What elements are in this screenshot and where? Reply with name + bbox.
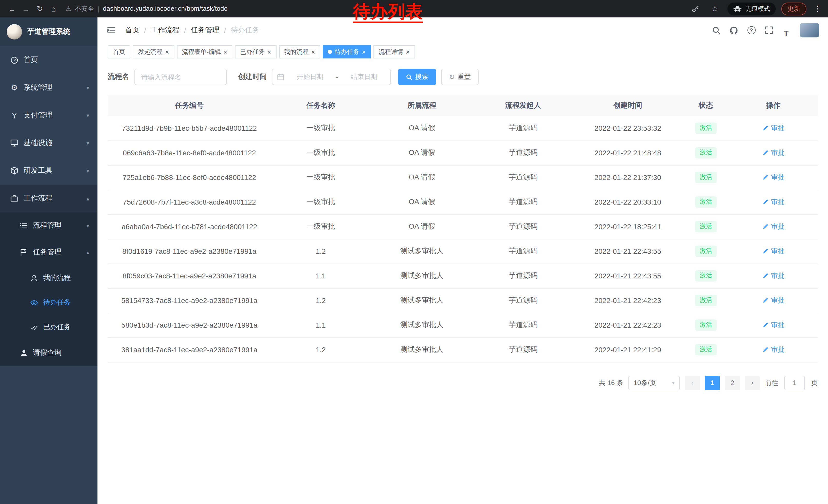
cell-task-id: 58154733-7ac8-11ec-a9e2-a2380e71991a xyxy=(108,288,271,313)
close-icon[interactable]: × xyxy=(223,48,227,55)
close-icon[interactable]: × xyxy=(362,48,366,55)
cell-task-name: 一级审批 xyxy=(271,116,371,140)
approve-button[interactable]: 审批 xyxy=(762,320,784,330)
goto-page-input[interactable] xyxy=(784,375,805,390)
cell-task-name: 一级审批 xyxy=(271,165,371,190)
search-icon[interactable] xyxy=(709,23,723,37)
incognito-label: 无痕模式 xyxy=(745,4,770,13)
tab-my-processes[interactable]: 我的流程 × xyxy=(279,45,320,58)
search-button[interactable]: 搜索 xyxy=(398,69,436,85)
sidebar-item-infrastructure[interactable]: 基础设施 ▾ xyxy=(0,129,97,157)
user-avatar[interactable] xyxy=(800,23,819,37)
tab-start-process[interactable]: 发起流程 × xyxy=(133,45,174,58)
close-icon[interactable]: × xyxy=(406,48,410,55)
cell-actions: 审批 xyxy=(729,165,818,190)
sidebar-item-label: 支付管理 xyxy=(24,111,52,120)
briefcase-icon xyxy=(10,194,18,202)
end-date-placeholder[interactable]: 结束日期 xyxy=(342,72,386,82)
cell-created: 2022-01-21 22:43:55 xyxy=(573,239,683,264)
list-icon xyxy=(19,222,28,230)
browser-reload-button[interactable]: ↻ xyxy=(33,2,47,16)
approve-button[interactable]: 审批 xyxy=(762,173,784,182)
tab-process-detail[interactable]: 流程详情 × xyxy=(373,45,415,58)
key-icon[interactable] xyxy=(689,2,702,16)
sidebar-item-my-processes[interactable]: 我的流程 xyxy=(0,266,97,290)
tab-todo-tasks[interactable]: 待办任务 × xyxy=(323,45,371,58)
approve-button[interactable]: 审批 xyxy=(762,197,784,207)
sidebar-item-home[interactable]: 首页 xyxy=(0,46,97,74)
status-badge: 激活 xyxy=(695,245,717,257)
cell-created: 2022-01-22 18:25:41 xyxy=(573,214,683,239)
approve-button[interactable]: 审批 xyxy=(762,222,784,231)
cell-created: 2022-01-21 22:43:55 xyxy=(573,264,683,288)
sidebar-item-system[interactable]: ⚙ 系统管理 ▾ xyxy=(0,74,97,101)
next-page-button[interactable]: › xyxy=(745,375,760,390)
pen-icon xyxy=(762,322,769,328)
start-date-placeholder[interactable]: 开始日期 xyxy=(288,72,332,82)
cell-status: 激活 xyxy=(683,288,729,313)
process-name-input[interactable] xyxy=(134,69,227,85)
column-header: 状态 xyxy=(683,95,729,116)
breadcrumb-workflow[interactable]: 工作流程 xyxy=(151,26,179,35)
sidebar-logo[interactable]: 芋道管理系统 xyxy=(0,17,97,46)
reset-button[interactable]: ↻ 重置 xyxy=(441,69,479,85)
table-row: 8f0d1619-7ac8-11ec-a9e2-a2380e71991a 1.2… xyxy=(108,239,818,264)
fullscreen-icon[interactable] xyxy=(762,23,776,37)
app-title: 芋道管理系统 xyxy=(27,27,70,36)
sidebar-item-done-tasks[interactable]: 已办任务 xyxy=(0,315,97,339)
page-button-1[interactable]: 1 xyxy=(705,375,720,390)
breadcrumb-task-management[interactable]: 任务管理 xyxy=(191,26,219,35)
approve-button[interactable]: 审批 xyxy=(762,296,784,305)
browser-menu-icon[interactable]: ⋮ xyxy=(812,4,823,13)
sidebar-toggle-icon[interactable] xyxy=(105,24,118,37)
close-icon[interactable]: × xyxy=(267,48,271,55)
tab-process-form-edit[interactable]: 流程表单-编辑 × xyxy=(177,45,233,58)
cell-actions: 审批 xyxy=(729,288,818,313)
approve-button[interactable]: 审批 xyxy=(762,123,784,133)
logo-avatar xyxy=(7,24,22,40)
create-time-label: 创建时间 xyxy=(238,72,267,82)
flag-icon xyxy=(19,248,28,256)
cell-task-id: 8f059c03-7ac8-11ec-a9e2-a2380e71991a xyxy=(108,264,271,288)
approve-button[interactable]: 审批 xyxy=(762,271,784,280)
sidebar-item-process-management[interactable]: 流程管理 ▾ xyxy=(0,212,97,239)
approve-button[interactable]: 审批 xyxy=(762,148,784,157)
page-button-2[interactable]: 2 xyxy=(725,375,740,390)
browser-back-button[interactable]: ← xyxy=(5,2,19,16)
address-bar[interactable]: ⚠ 不安全 | dashboard.yudao.iocoder.cn/bpm/t… xyxy=(66,4,227,13)
cell-task-name: 一级审批 xyxy=(271,190,371,214)
user-icon xyxy=(19,349,28,357)
security-label[interactable]: 不安全 xyxy=(75,4,94,13)
bookmark-star-icon[interactable]: ☆ xyxy=(708,2,722,16)
breadcrumb-home[interactable]: 首页 xyxy=(125,26,139,35)
pen-icon xyxy=(762,297,769,304)
sidebar-item-workflow[interactable]: 工作流程 ▴ xyxy=(0,185,97,212)
page-size-select[interactable]: 10条/页 ▾ xyxy=(628,375,680,390)
font-size-icon[interactable]: T xyxy=(779,23,793,37)
table-row: 58154733-7ac8-11ec-a9e2-a2380e71991a 1.2… xyxy=(108,288,818,313)
tab-done-tasks[interactable]: 已办任务 × xyxy=(235,45,276,58)
sidebar-item-leave-query[interactable]: 请假查询 xyxy=(0,339,97,366)
browser-forward-button[interactable]: → xyxy=(19,2,33,16)
sidebar-item-payment[interactable]: ¥ 支付管理 ▾ xyxy=(0,101,97,129)
close-icon[interactable]: × xyxy=(312,48,315,55)
sidebar-item-label: 基础设施 xyxy=(24,138,52,148)
help-icon[interactable]: ? xyxy=(744,23,758,37)
prev-page-button[interactable]: ‹ xyxy=(685,375,700,390)
sidebar-item-todo-tasks[interactable]: 待办任务 xyxy=(0,290,97,315)
update-button[interactable]: 更新 xyxy=(781,2,806,15)
cell-initiator: 芋道源码 xyxy=(473,239,573,264)
close-icon[interactable]: × xyxy=(165,48,169,55)
sidebar-item-devtools[interactable]: 研发工具 ▾ xyxy=(0,157,97,185)
user-menu[interactable] xyxy=(800,23,821,37)
sidebar-item-task-management[interactable]: 任务管理 ▴ xyxy=(0,239,97,266)
browser-home-button[interactable]: ⌂ xyxy=(47,2,60,16)
monitor-icon xyxy=(10,139,18,147)
page-url[interactable]: dashboard.yudao.iocoder.cn/bpm/task/todo xyxy=(103,5,227,12)
date-range-picker[interactable]: 开始日期 - 结束日期 xyxy=(272,69,391,85)
column-header: 任务编号 xyxy=(108,95,271,116)
approve-button[interactable]: 审批 xyxy=(762,246,784,256)
tab-home[interactable]: 首页 xyxy=(108,45,130,58)
approve-button[interactable]: 审批 xyxy=(762,345,784,354)
github-icon[interactable] xyxy=(727,23,741,37)
